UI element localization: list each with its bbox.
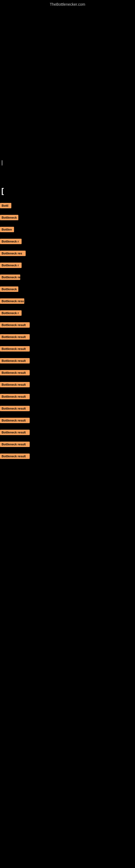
bracket-symbol: [ — [1, 187, 4, 195]
result-item[interactable]: Bottleneck result — [0, 379, 135, 390]
result-badge[interactable]: Bottleneck result — [0, 334, 30, 340]
result-badge[interactable]: Bottleneck result — [0, 370, 30, 375]
result-badge[interactable]: Bottleneck result — [0, 394, 30, 399]
result-item[interactable]: Bottleneck result — [0, 415, 135, 426]
result-item[interactable]: Bottleneck result — [0, 451, 135, 461]
result-badge[interactable]: Bottleneck resu — [0, 299, 24, 304]
result-badge[interactable]: Bottleneck — [0, 286, 18, 292]
result-badge[interactable]: Bottleneck result — [0, 430, 30, 435]
result-badge[interactable]: Bottleneck result — [0, 358, 30, 364]
result-item[interactable]: Bottleneck result — [0, 344, 135, 354]
result-badge[interactable]: Bottleneck result — [0, 406, 30, 411]
result-item[interactable]: Bottleneck r — [0, 260, 135, 271]
result-item[interactable]: Bottleneck r — [0, 308, 135, 318]
result-item[interactable]: Bottl — [0, 200, 135, 211]
result-item[interactable]: Bottleneck result — [0, 355, 135, 366]
bracket-line: [ — [0, 184, 135, 197]
result-item[interactable]: Bottlen — [0, 224, 135, 235]
result-badge[interactable]: Bottleneck r — [0, 310, 21, 316]
result-badge[interactable]: Bottleneck result — [0, 454, 30, 459]
result-item[interactable]: Bottleneck — [0, 284, 135, 294]
result-badge[interactable]: Bottleneck result — [0, 442, 30, 447]
result-badge[interactable]: Bottleneck — [0, 215, 18, 220]
result-badge[interactable]: Bottleneck r — [0, 262, 21, 268]
result-item[interactable]: Bottleneck — [0, 212, 135, 223]
result-badge[interactable]: Bottleneck result — [0, 418, 30, 423]
site-header: TheBottlenecker.com — [0, 0, 135, 8]
spacer1 — [0, 167, 135, 184]
result-badge[interactable]: Bottl — [0, 203, 11, 208]
result-badge[interactable]: Bottleneck re — [0, 275, 20, 280]
result-item[interactable]: Bottleneck result — [0, 332, 135, 342]
result-item[interactable]: Bottleneck result — [0, 392, 135, 402]
result-badge[interactable]: Bottleneck result — [0, 346, 30, 351]
results-container: BottlBottleneckBottlenBottleneck rBottle… — [0, 197, 135, 464]
cursor-symbol: | — [1, 159, 3, 165]
site-title: TheBottlenecker.com — [0, 0, 135, 8]
result-item[interactable]: Bottleneck result — [0, 427, 135, 437]
result-item[interactable]: Bottleneck result — [0, 403, 135, 414]
result-item[interactable]: Bottleneck r — [0, 236, 135, 247]
result-item[interactable]: Bottleneck result — [0, 320, 135, 330]
result-badge[interactable]: Bottleneck r — [0, 239, 21, 244]
result-item[interactable]: Bottleneck re — [0, 272, 135, 282]
result-item[interactable]: Bottleneck res — [0, 248, 135, 258]
result-item[interactable]: Bottleneck result — [0, 439, 135, 450]
top-dark-area — [0, 8, 135, 157]
cursor-line: | — [0, 157, 135, 167]
result-badge[interactable]: Bottlen — [0, 227, 14, 232]
result-badge[interactable]: Bottleneck result — [0, 382, 30, 388]
result-item[interactable]: Bottleneck resu — [0, 296, 135, 306]
result-item[interactable]: Bottleneck result — [0, 368, 135, 378]
result-badge[interactable]: Bottleneck res — [0, 251, 26, 256]
result-badge[interactable]: Bottleneck result — [0, 322, 30, 328]
